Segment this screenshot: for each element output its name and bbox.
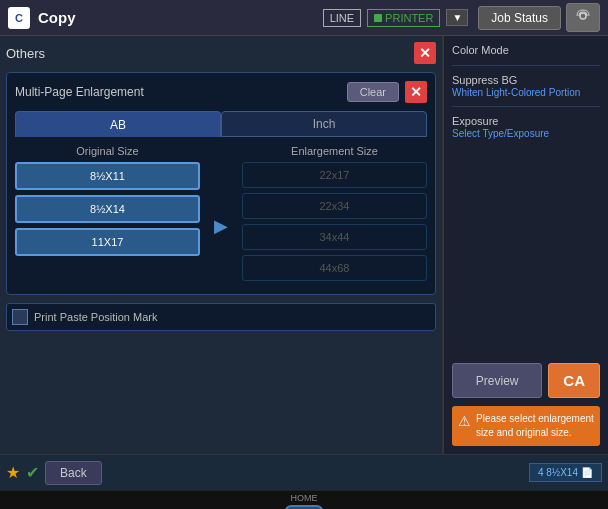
home-bar: HOME ⌂ — [0, 490, 608, 509]
connection-status-area: LINE PRINTER ▼ — [323, 9, 469, 27]
status-size-icon: 📄 — [581, 467, 593, 478]
original-size-label: Original Size — [15, 145, 200, 157]
app-title: Copy — [38, 9, 323, 26]
fingerprint-button[interactable] — [566, 3, 600, 32]
home-button[interactable]: ⌂ — [285, 505, 323, 509]
original-size-8.5x14[interactable]: 8½X14 — [15, 195, 200, 223]
line-status: LINE — [323, 9, 361, 27]
right-divider-1 — [452, 65, 600, 66]
status-text: 4 8½X14 — [538, 467, 578, 478]
suppress-bg-value: Whiten Light-Colored Portion — [452, 87, 600, 98]
multi-page-box: Multi-Page Enlargement Clear ✕ AB Inch O… — [6, 72, 436, 295]
job-status-button[interactable]: Job Status — [478, 6, 561, 30]
star-icon[interactable]: ★ — [6, 463, 20, 482]
close-multi-button[interactable]: ✕ — [405, 81, 427, 103]
svg-point-0 — [580, 13, 586, 19]
enlargement-size-label: Enlargement Size — [242, 145, 427, 157]
others-label: Others — [6, 46, 45, 61]
arrow-col: ▶ — [210, 165, 232, 286]
printer-status: PRINTER — [367, 9, 440, 27]
tabs-row: AB Inch — [15, 111, 427, 137]
warning-text: Please select enlargement size and origi… — [476, 412, 594, 440]
printer-dot-icon — [374, 14, 382, 22]
print-paste-label: Print Paste Position Mark — [34, 311, 158, 323]
tab-inch[interactable]: Inch — [221, 111, 427, 137]
exposure-value: Select Type/Exposure — [452, 128, 600, 139]
right-panel: Color Mode Suppress BG Whiten Light-Colo… — [443, 36, 608, 454]
dropdown-arrow-icon[interactable]: ▼ — [446, 9, 468, 26]
enlargement-size-col: Enlargement Size 22x17 22x34 34x44 44x68 — [242, 145, 427, 286]
print-paste-checkbox[interactable] — [12, 309, 28, 325]
warning-icon: ⚠ — [458, 412, 471, 432]
print-paste-row: Print Paste Position Mark — [6, 303, 436, 331]
suppress-bg-label: Suppress BG — [452, 74, 600, 86]
ca-button[interactable]: CA — [548, 363, 600, 398]
warning-box: ⚠ Please select enlargement size and ori… — [452, 406, 600, 446]
tab-ab[interactable]: AB — [15, 111, 221, 137]
enlargement-size-44x68[interactable]: 44x68 — [242, 255, 427, 281]
home-label: HOME — [291, 493, 318, 503]
right-divider-2 — [452, 106, 600, 107]
exposure-item: Exposure Select Type/Exposure — [452, 115, 600, 139]
bottom-bar: ★ ✔ Back 4 8½X14 📄 — [0, 454, 608, 490]
back-button[interactable]: Back — [45, 461, 102, 485]
color-mode-item: Color Mode — [452, 44, 600, 57]
right-buttons: Preview CA — [452, 363, 600, 398]
original-size-11x17[interactable]: 11X17 — [15, 228, 200, 256]
enlargement-size-34x44[interactable]: 34x44 — [242, 224, 427, 250]
original-size-8.5x11[interactable]: 8½X11 — [15, 162, 200, 190]
close-others-button[interactable]: ✕ — [414, 42, 436, 64]
status-indicator: 4 8½X14 📄 — [529, 463, 602, 482]
preview-button[interactable]: Preview — [452, 363, 542, 398]
others-header: Others ✕ — [6, 42, 436, 64]
home-btn-wrapper: HOME ⌂ — [285, 493, 323, 509]
fingerprint-icon — [575, 8, 591, 24]
main-area: ▶ Others ✕ Multi-Page Enlargement Clear … — [0, 36, 608, 454]
original-size-col: Original Size 8½X11 8½X14 11X17 — [15, 145, 200, 286]
app-logo: C — [8, 7, 30, 29]
multi-page-title: Multi-Page Enlargement — [15, 85, 144, 99]
enlargement-size-22x17[interactable]: 22x17 — [242, 162, 427, 188]
sizes-container: Original Size 8½X11 8½X14 11X17 ▶ Enlarg… — [15, 145, 427, 286]
check-icon[interactable]: ✔ — [26, 463, 39, 482]
clear-button[interactable]: Clear — [347, 82, 399, 102]
arrow-right-icon: ▶ — [214, 215, 228, 237]
enlargement-size-22x34[interactable]: 22x34 — [242, 193, 427, 219]
left-panel: ▶ Others ✕ Multi-Page Enlargement Clear … — [0, 36, 443, 454]
exposure-label: Exposure — [452, 115, 600, 127]
multi-page-header: Multi-Page Enlargement Clear ✕ — [15, 81, 427, 103]
top-bar: C Copy LINE PRINTER ▼ Job Status — [0, 0, 608, 36]
color-mode-label: Color Mode — [452, 44, 600, 56]
suppress-bg-item: Suppress BG Whiten Light-Colored Portion — [452, 74, 600, 98]
